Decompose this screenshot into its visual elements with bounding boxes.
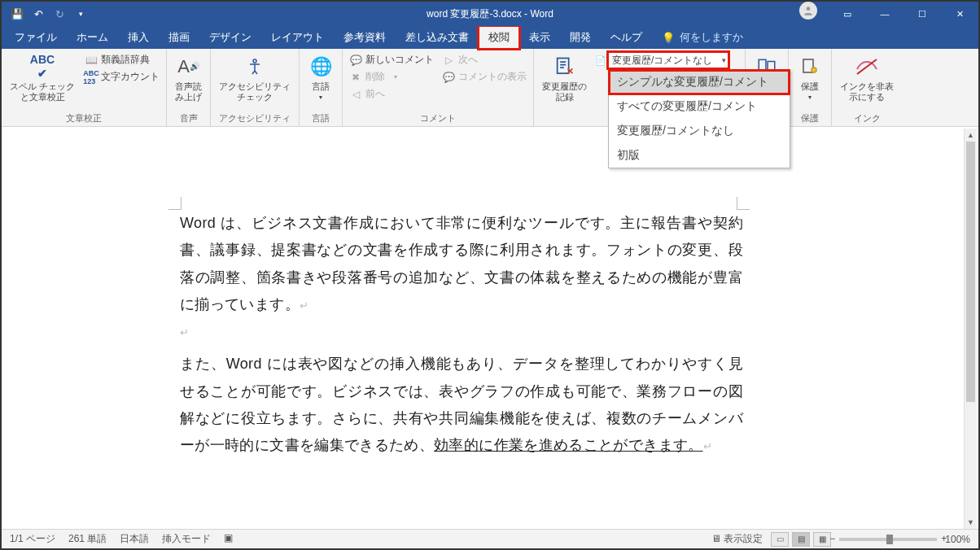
lightbulb-icon: 💡 — [662, 32, 675, 44]
tab-insert[interactable]: 挿入 — [118, 26, 159, 49]
paragraph[interactable]: Word は、ビジネス文書作成において非常に便利なツールです。主に報告書や契約書… — [180, 210, 743, 318]
document-body[interactable]: Word は、ビジネス文書作成において非常に便利なツールです。主に報告書や契約書… — [173, 150, 792, 459]
macro-record-icon[interactable]: ▣ — [224, 532, 233, 546]
next-comment-button[interactable]: ▷次へ — [440, 52, 528, 68]
undo-icon[interactable]: ↶ — [31, 7, 46, 21]
option-original[interactable]: 初版 — [609, 143, 790, 168]
ribbon-display-icon[interactable]: ▭ — [829, 2, 866, 26]
wordcount-button[interactable]: ABC123文字カウント — [83, 69, 161, 85]
tab-view[interactable]: 表示 — [519, 26, 560, 49]
status-language[interactable]: 日本語 — [120, 532, 149, 546]
group-speech-label: 音声 — [172, 111, 205, 124]
tab-design[interactable]: デザイン — [199, 26, 261, 49]
customize-qat-icon[interactable]: ▾ — [73, 7, 88, 21]
readaloud-label: 音声読 み上げ — [175, 81, 202, 103]
tab-help[interactable]: ヘルプ — [601, 26, 652, 49]
status-wordcount[interactable]: 261 単語 — [68, 532, 107, 546]
prev-comment-icon: ◁ — [349, 88, 362, 101]
zoom-out-icon[interactable]: − — [829, 533, 835, 544]
page-corner-icon — [168, 197, 182, 210]
wordcount-label: 文字カウント — [101, 70, 160, 84]
display-for-review-value: 変更履歴/コメントなし — [612, 54, 712, 68]
maximize-button[interactable]: ☐ — [903, 2, 941, 26]
chevron-down-icon: ▾ — [808, 94, 812, 102]
option-simple-markup[interactable]: シンプルな変更履歴/コメント — [609, 70, 790, 94]
readaloud-icon: A🔊 — [176, 54, 202, 80]
view-web-icon[interactable]: ▦ — [813, 532, 831, 547]
ink-hide-button[interactable]: インクを非表 示にする — [837, 52, 897, 104]
show-comments-button[interactable]: 💬コメントの表示 — [440, 69, 528, 85]
accessibility-label: アクセシビリティ チェック — [219, 81, 291, 103]
spellcheck-label: スペル チェック と文章校正 — [10, 81, 75, 103]
close-button[interactable]: ✕ — [941, 2, 978, 26]
track-changes-button[interactable]: 変更履歴の 記録 — [539, 52, 590, 104]
tab-file[interactable]: ファイル — [5, 26, 67, 49]
document-area[interactable]: Word は、ビジネス文書作成において非常に便利なツールです。主に報告書や契約書… — [2, 129, 964, 529]
tab-developer[interactable]: 開発 — [560, 26, 601, 49]
display-settings[interactable]: 🖥 表示設定 — [711, 532, 763, 546]
group-language-label: 言語 — [304, 111, 337, 124]
user-avatar-icon[interactable] — [799, 2, 817, 20]
group-comments: 💬新しいコメント ✖削除 ▾ ◁前へ ▷次へ 💬コメントの表示 コメント — [343, 49, 534, 126]
language-button[interactable]: 🌐 言語 ▾ — [304, 52, 337, 103]
thesaurus-icon: 📖 — [85, 54, 98, 67]
redo-icon[interactable]: ↻ — [52, 7, 67, 21]
vertical-scrollbar[interactable]: ▲ ▼ — [964, 129, 977, 529]
tab-mailings[interactable]: 差し込み文書 — [396, 26, 479, 49]
group-accessibility: アクセシビリティ チェック アクセシビリティ — [211, 49, 300, 126]
next-comment-label: 次へ — [458, 53, 478, 67]
thesaurus-button[interactable]: 📖類義語辞典 — [83, 52, 161, 68]
status-insert-mode[interactable]: 挿入モード — [162, 532, 211, 546]
group-tracking: 変更履歴の 記録 📄 変更履歴/コメントなし ▾ シンプルな変更履歴/コメント … — [534, 49, 746, 126]
title-bar: 💾 ↶ ↻ ▾ word 変更履歴-3.docx - Word ▭ — ☐ ✕ — [2, 2, 978, 26]
next-comment-icon: ▷ — [442, 54, 455, 67]
quick-access-toolbar: 💾 ↶ ↻ ▾ — [2, 7, 96, 21]
zoom-level[interactable]: 100% — [945, 534, 970, 545]
option-all-markup[interactable]: すべての変更履歴/コメント — [609, 94, 790, 119]
group-speech: A🔊 音声読 み上げ 音声 — [167, 49, 211, 126]
minimize-button[interactable]: — — [866, 2, 903, 26]
show-comments-label: コメントの表示 — [458, 70, 527, 84]
thesaurus-label: 類義語辞典 — [101, 53, 150, 67]
new-comment-icon: 💬 — [349, 54, 362, 67]
paragraph[interactable]: また、Word には表や図などの挿入機能もあり、データを整理してわかりやすく見せ… — [180, 351, 743, 459]
new-comment-button[interactable]: 💬新しいコメント — [348, 52, 435, 68]
wordcount-icon: ABC123 — [85, 71, 98, 84]
tab-draw[interactable]: 描画 — [159, 26, 199, 49]
scroll-down-icon[interactable]: ▼ — [965, 516, 977, 529]
prev-comment-button[interactable]: ◁前へ — [348, 86, 435, 102]
tab-home[interactable]: ホーム — [67, 26, 118, 49]
delete-comment-button[interactable]: ✖削除 ▾ — [348, 69, 435, 85]
spellcheck-button[interactable]: ABC✔ スペル チェック と文章校正 — [7, 52, 78, 104]
option-no-markup[interactable]: 変更履歴/コメントなし — [609, 119, 790, 143]
ribbon: ABC✔ スペル チェック と文章校正 📖類義語辞典 ABC123文字カウント … — [2, 49, 978, 127]
accessibility-button[interactable]: アクセシビリティ チェック — [216, 52, 294, 104]
view-read-icon[interactable]: ▭ — [771, 532, 789, 547]
tell-me-label: 何をしますか — [680, 30, 743, 45]
display-for-review-dropdown[interactable]: 変更履歴/コメントなし ▾ シンプルな変更履歴/コメント すべての変更履歴/コメ… — [608, 52, 728, 68]
status-page[interactable]: 1/1 ページ — [10, 532, 55, 546]
view-print-icon[interactable]: ▤ — [792, 532, 810, 547]
svg-point-1 — [253, 59, 256, 63]
tab-review[interactable]: 校閲 — [479, 26, 519, 49]
track-changes-icon — [552, 54, 578, 80]
tell-me[interactable]: 💡 何をしますか — [652, 30, 753, 45]
save-icon[interactable]: 💾 — [10, 7, 24, 21]
zoom-slider-handle[interactable] — [886, 535, 893, 544]
language-label: 言語 — [312, 81, 330, 92]
protect-button[interactable]: 保護 ▾ — [794, 52, 826, 103]
zoom-slider[interactable]: − + — [839, 538, 937, 541]
paragraph-text: Word は、ビジネス文書作成において非常に便利なツールです。主に報告書や契約書… — [180, 215, 743, 312]
tab-layout[interactable]: レイアウト — [261, 26, 334, 49]
chevron-down-icon: ▾ — [319, 94, 322, 102]
group-protect-label: 保護 — [794, 111, 826, 124]
scroll-up-icon[interactable]: ▲ — [965, 129, 977, 142]
chevron-down-icon: ▾ — [722, 56, 726, 64]
tab-references[interactable]: 参考資料 — [334, 26, 396, 49]
paragraph-mark-icon: ↵ — [180, 323, 743, 343]
readaloud-button[interactable]: A🔊 音声読 み上げ — [172, 52, 205, 104]
view-switcher: ▭ ▤ ▦ — [771, 532, 831, 547]
zoom-in-icon[interactable]: + — [941, 533, 947, 544]
scrollbar-thumb[interactable] — [966, 142, 975, 402]
delete-comment-label: 削除 — [365, 70, 385, 84]
